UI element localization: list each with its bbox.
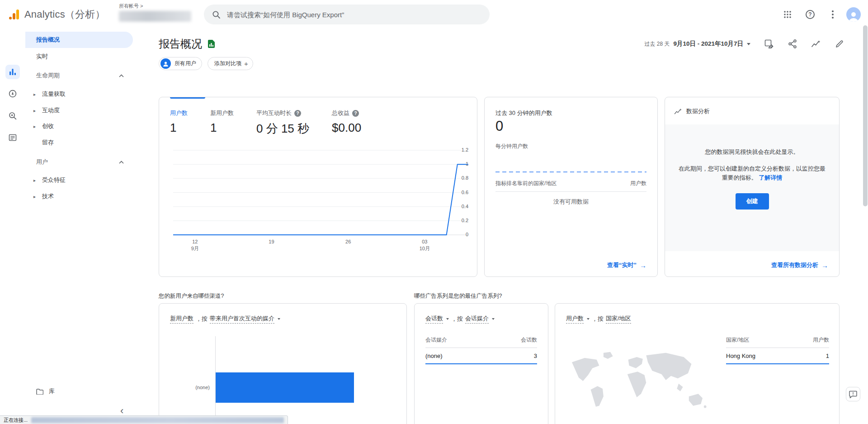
- metric-value: 3: [534, 353, 537, 359]
- nav-item-demographics[interactable]: ▸ 受众特征: [25, 172, 133, 188]
- analytics-home-link[interactable]: Analytics（分析）: [0, 8, 105, 21]
- table-row[interactable]: Hong Kong 1: [726, 348, 829, 364]
- view-realtime-link[interactable]: 查看“实时” →: [607, 261, 646, 269]
- chevron-down-icon: [587, 318, 590, 320]
- metric-value: 1: [170, 121, 188, 135]
- account-breadcrumb: 所有帐号 >: [119, 3, 191, 10]
- bar-chart-glyph: [9, 68, 17, 76]
- rail-explore-icon[interactable]: [5, 86, 20, 101]
- metric-value: 1: [826, 353, 829, 359]
- add-comparison-chip[interactable]: 添加对比项 +: [208, 57, 253, 70]
- card-title: 新用户数 ，按 带来用户首次互动的媒介: [170, 314, 280, 324]
- plus-icon: +: [244, 60, 248, 67]
- user-avatar[interactable]: [846, 7, 861, 22]
- rail-configure-icon[interactable]: [5, 130, 20, 145]
- account-switcher[interactable]: 所有帐号 >: [119, 3, 191, 22]
- insights-icon[interactable]: [808, 36, 824, 52]
- all-users-chip[interactable]: 所有用户: [159, 57, 202, 70]
- vertical-scrollbar[interactable]: [863, 25, 868, 206]
- chevron-down-icon: [747, 43, 750, 45]
- horizontal-bar[interactable]: [216, 372, 354, 403]
- nav-item-realtime[interactable]: 实时: [25, 48, 133, 65]
- no-data-text: 没有可用数据: [485, 198, 657, 206]
- metric-selector[interactable]: 新用户数: [170, 314, 193, 324]
- learn-more-link[interactable]: 了解详情: [759, 174, 782, 181]
- info-icon[interactable]: ?: [294, 110, 301, 117]
- metric-tab-total-revenue[interactable]: 总收益 ? $0.00: [332, 109, 361, 137]
- search-bar[interactable]: [204, 5, 490, 24]
- feedback-button[interactable]: [846, 387, 860, 401]
- dimension-selector[interactable]: 会话媒介: [465, 314, 489, 324]
- nav-item-label: 互动度: [42, 106, 60, 114]
- nav-item-report-snapshot[interactable]: 报告概况: [25, 32, 133, 48]
- collapse-nav-button[interactable]: ‹: [120, 406, 123, 416]
- nav-item-monetization[interactable]: ▸ 创收: [25, 118, 133, 134]
- question-new-users-channels: 您的新用户来自哪些渠道?: [159, 292, 224, 300]
- metric-label: 新用户数: [210, 109, 234, 117]
- metric-label: 总收益: [332, 109, 349, 117]
- audience-chips: 所有用户 添加对比项 +: [159, 57, 253, 70]
- nav-section-label: 用户: [36, 158, 48, 166]
- metric-selector[interactable]: 用户数: [566, 314, 584, 324]
- report-snapshot-icon: [208, 39, 215, 48]
- insights-card: 数据分析 您的数据洞见很快就会在此处显示。 在此期间，您可以创建新的自定义分析数…: [665, 97, 840, 277]
- column-header: 国家/地区: [726, 336, 749, 344]
- rail-advertising-icon[interactable]: [5, 109, 20, 123]
- folder-icon: [36, 389, 43, 395]
- question-best-campaigns: 哪些广告系列是您的最佳广告系列?: [414, 292, 502, 300]
- help-icon[interactable]: ?: [801, 5, 819, 24]
- view-all-insights-link[interactable]: 查看所有数据分析 →: [771, 261, 828, 269]
- person-icon: [848, 11, 859, 22]
- nav-section-lifecycle[interactable]: 生命周期: [25, 69, 133, 82]
- by-label: ，按: [592, 315, 604, 323]
- dimension-selector[interactable]: 带来用户首次互动的媒介: [210, 314, 274, 324]
- nav-item-label: 创收: [42, 122, 54, 130]
- nav-item-library[interactable]: 库: [25, 383, 133, 400]
- date-range-picker[interactable]: 过去 28 天 9月10日 - 2021年10月7日: [644, 40, 750, 48]
- metric-tab-engagement-time[interactable]: 平均互动时长 ? 0 分 15 秒: [256, 109, 309, 137]
- metric-value: $0.00: [332, 121, 361, 135]
- link-label: 查看所有数据分析: [771, 261, 818, 269]
- share-icon[interactable]: [785, 36, 800, 52]
- browser-status-bar: 正在连接...: [0, 415, 288, 424]
- sessions-table: 会话媒介 会话数 (none) 3: [425, 336, 537, 364]
- metric-selector[interactable]: 会话数: [425, 314, 443, 324]
- chevron-up-icon: [119, 74, 124, 77]
- metric-tab-users[interactable]: 用户数 1: [170, 109, 188, 137]
- insights-title: 数据分析: [686, 107, 710, 115]
- realtime-card: 过去 30 分钟的用户数 0 每分钟用户数 指标排名靠前的国家/地区 用户数 没…: [484, 97, 658, 277]
- metric-tab-new-users[interactable]: 新用户数 1: [210, 109, 234, 137]
- realtime-subtitle: 每分钟用户数: [495, 143, 528, 150]
- expand-triangle-icon: ▸: [32, 194, 38, 199]
- reports-sidenav: 报告概况 实时 生命周期 ▸ 流量获取 ▸ 互动度 ▸ 创收 留存 用户 ▸ 受…: [25, 29, 138, 424]
- create-button[interactable]: 创建: [736, 193, 769, 210]
- dimension-selector[interactable]: 国家/地区: [606, 314, 631, 324]
- edit-pencil-icon[interactable]: [832, 36, 847, 52]
- chevron-down-icon: [278, 318, 280, 320]
- arrow-right-icon: →: [821, 262, 828, 269]
- rail-reports-icon[interactable]: [5, 65, 20, 79]
- nav-item-acquisition[interactable]: ▸ 流量获取: [25, 86, 133, 102]
- chevron-down-icon: [446, 318, 449, 320]
- users-line-chart: 00.20.40.60.811.2: [173, 150, 468, 235]
- more-vert-icon[interactable]: [824, 5, 842, 24]
- nav-item-engagement[interactable]: ▸ 互动度: [25, 102, 133, 119]
- info-icon[interactable]: ?: [352, 110, 359, 117]
- expand-triangle-icon: ▸: [32, 92, 38, 97]
- users-per-minute-baseline: [495, 172, 646, 172]
- users-segment-icon: [160, 58, 171, 69]
- nav-item-retention[interactable]: 留存: [25, 134, 133, 151]
- nav-item-tech[interactable]: ▸ 技术: [25, 188, 133, 205]
- by-label: ，按: [196, 315, 208, 323]
- compass-glyph: [8, 89, 17, 98]
- account-name-redacted: [119, 11, 191, 22]
- search-input[interactable]: [227, 11, 481, 19]
- insights-body: 您的数据洞见很快就会在此处显示。 在此期间，您可以创建新的自定义分析数据，以监控…: [665, 124, 839, 251]
- nav-section-user[interactable]: 用户: [25, 156, 133, 168]
- table-row[interactable]: (none) 3: [425, 348, 537, 364]
- apps-grid-icon[interactable]: [778, 5, 797, 24]
- customize-report-icon[interactable]: [761, 36, 777, 52]
- nav-item-label: 留存: [42, 138, 54, 147]
- insights-text-main: 在此期间，您可以创建新的自定义分析数据，以监控您最重要的指标。: [679, 165, 826, 181]
- insights-icon: [674, 108, 682, 115]
